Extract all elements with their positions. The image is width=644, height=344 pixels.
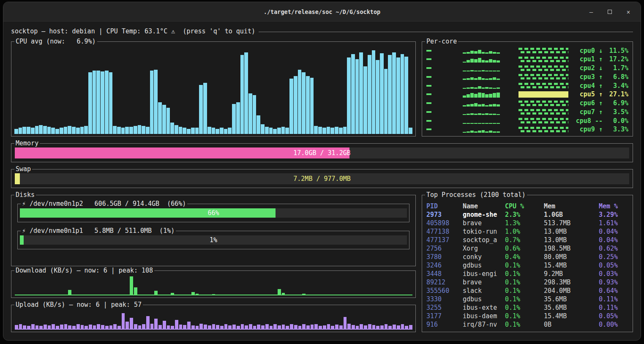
ul-bar [35,325,39,330]
process-row[interactable]: 3780conky0.4%80.0MB0.25% [426,253,628,261]
process-row[interactable]: 2973gnome-she2.3%1.0GB3.29% [426,210,628,219]
dl-bar [220,295,224,295]
process-row[interactable]: 3246gdbus0.1%15.4MB0.05% [426,261,628,270]
cpu-bar [343,127,347,134]
cpu-bar [60,128,63,134]
core-tick [426,58,431,60]
cpu-bar [35,126,39,134]
process-row[interactable]: 405898brave1.3%513.7MB1.61% [426,219,628,227]
process-row[interactable]: 477137socktop_a0.7%13.0MB0.04% [426,236,628,244]
process-column-header[interactable]: PID [426,202,463,210]
process-cell: 3330 [426,295,463,303]
cpu-bar [302,72,306,134]
cpu-bar [134,126,137,134]
ul-bar [126,322,129,330]
disk-label: ⚡ /dev/nvme0n1p2 606.5GB / 914.4GB (66%) [21,200,187,208]
process-row[interactable]: 355560slack0.1%204.0MB0.64% [426,287,628,295]
process-row[interactable]: 916irq/87-nv0.1%0B0.00% [426,320,628,329]
ul-bar [364,325,367,330]
process-cell: 13.0MB [544,236,599,244]
cpu-bar [236,102,240,134]
ul-bar [150,324,154,330]
core-tick [426,128,431,130]
dl-bar [81,295,84,295]
dl-bar [146,295,150,295]
ul-bar [385,324,388,330]
process-cell: 0.1% [505,303,544,312]
core-activity-blocks [518,57,568,62]
dl-bar [175,295,178,295]
ul-bar [339,325,343,330]
window-controls: – ✕ [588,2,631,21]
cpu-avg-panel: CPU avg (now: 6.9%) [11,41,416,137]
ul-bar [48,325,51,330]
cpu-bar [117,127,121,134]
process-cell: slack [463,287,505,295]
ul-bar [105,326,109,330]
core-row-cpu1: cpu1 ↑ 17.2% [426,55,628,63]
core-activity-blocks [518,109,568,115]
maximize-button[interactable] [607,9,613,15]
process-cell: 298.3MB [544,278,599,287]
cpu-bar [19,128,22,134]
core-activity-blocks [518,74,568,79]
process-column-header[interactable]: CPU % [505,202,544,210]
ul-bar [220,326,224,330]
dl-bar [23,295,26,295]
dl-bar [327,295,330,296]
dl-bar [282,293,285,296]
process-cell: 1.0GB [544,210,599,219]
dl-bar [171,293,174,295]
dl-bar [138,295,142,295]
titlebar[interactable]: ./target/release/soc ~/D/G/socktop – ✕ [3,2,641,22]
swap-panel: Swap 7.2MB / 977.0MB 7.2MB / 977.0MB [11,169,633,188]
dl-bar [319,295,322,295]
ul-bar [208,325,211,330]
process-cell: 0.1% [505,295,544,303]
process-cell: 0.05% [599,261,628,270]
dl-bar [31,295,35,295]
dl-bar [72,295,76,295]
disk-gauge: 1% [20,235,407,245]
process-cell: 3448 [426,270,463,278]
process-row[interactable]: 3330gdbus0.1%35.6MB0.11% [426,295,628,303]
process-row[interactable]: 2756Xorg0.6%198.5MB0.62% [426,244,628,253]
process-row[interactable]: 477138tokio-run1.0%13.0MB0.04% [426,227,628,236]
cpu-bar [96,71,100,134]
process-cell: 0.04% [599,236,628,244]
process-row[interactable]: 89212brave0.1%298.3MB0.93% [426,278,628,287]
ul-bar [319,326,322,330]
cpu-history-chart [14,46,412,134]
core-tick [426,102,431,104]
dl-bar [286,295,289,295]
swap-panel-title: Swap [14,165,32,173]
cpu-bar [146,127,150,134]
ul-bar [196,326,199,330]
cpu-bar [244,52,248,134]
dl-bar [76,295,80,295]
cpu-bar [72,127,76,134]
ul-bar [163,321,166,330]
dl-bar [249,295,252,295]
dl-bar [167,295,170,295]
process-cell: 477138 [426,227,463,236]
process-cell: 3177 [426,312,463,320]
cpu-bar [76,128,80,134]
dl-bar [60,295,63,295]
cpu-bar [150,71,154,134]
close-button[interactable]: ✕ [625,9,631,15]
cpu-bar [330,128,334,134]
ul-bar [331,326,334,330]
minimize-button[interactable]: – [588,9,594,15]
dl-bar [191,292,195,295]
process-row[interactable]: 3177ibus-daem0.1%15.4MB0.05% [426,312,628,320]
process-row[interactable]: 3448ibus-engi0.1%9.2MB0.03% [426,270,628,278]
ul-bar [179,325,183,330]
process-column-header[interactable]: Name [463,202,505,210]
cpu-bar [248,93,252,134]
process-column-header[interactable]: Mem [544,202,599,210]
process-cell: 0B [544,320,599,329]
process-column-header[interactable]: Mem % [599,202,628,210]
core-label: cpu5 ↑ 27.1% [572,90,628,98]
process-row[interactable]: 3255ibus-exte0.1%35.6MB0.11% [426,303,628,312]
